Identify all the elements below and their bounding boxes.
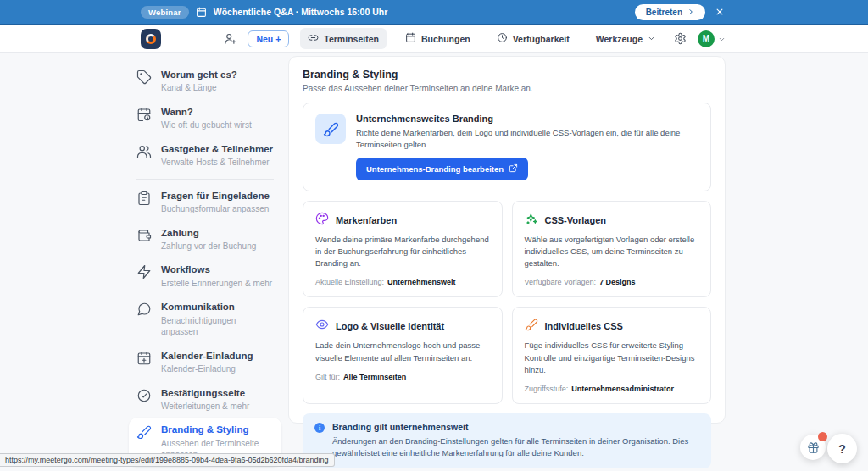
paintbrush-icon — [315, 114, 346, 144]
company-branding-title: Unternehmensweites Branding — [356, 114, 698, 124]
chat-bubble-icon — [136, 301, 152, 337]
card-markenfarben[interactable]: Markenfarben Wende deine primäre Markenf… — [303, 201, 503, 298]
sidebar-item-label: Bestätigungsseite — [161, 387, 249, 399]
sidebar-item-teilen-seo[interactable]: Teilen & SEOLink-Vorschau personalisiere… — [129, 467, 281, 471]
sidebar-item-label: Worum geht es? — [161, 69, 237, 80]
tag-icon — [136, 69, 152, 94]
join-button[interactable]: Beitreten — [635, 4, 705, 20]
sidebar-item-sublabel: Kalender-Einladung — [161, 363, 253, 375]
sidebar-item-kommunikation[interactable]: KommunikationBenachrichtigungen anpassen — [129, 295, 281, 343]
paintbrush-icon — [525, 318, 538, 335]
card-footer-value: Alle Terminseiten — [343, 373, 406, 381]
help-button[interactable]: ? — [827, 434, 857, 463]
eye-icon — [315, 318, 329, 335]
page-subtitle: Passe das Aussehen deiner Terminseiten a… — [303, 84, 711, 93]
sidebar-item-label: Zahlung — [161, 227, 256, 239]
card-description: Wähle aus vorgefertigten Vorlagen oder e… — [525, 234, 699, 270]
sidebar-item-label: Kalender-Einladung — [161, 350, 253, 362]
sidebar-item-kalender-einladung[interactable]: Kalender-EinladungKalender-Einladung — [129, 344, 281, 381]
tab-verfuegbarkeit-label: Verfügbarkeit — [513, 34, 570, 44]
edit-company-branding-label: Unternehmens-Branding bearbeiten — [366, 164, 504, 174]
card-footer-value: Unternehmensweit — [387, 278, 456, 286]
sidebar-item-fragen[interactable]: Fragen für EingeladeneBuchungsformular a… — [129, 184, 281, 221]
card-description: Lade dein Unternehmenslogo hoch und pass… — [315, 340, 490, 364]
gift-button[interactable] — [800, 435, 826, 460]
edit-company-branding-button[interactable]: Unternehmens-Branding bearbeiten — [356, 158, 528, 180]
card-individuelles-css[interactable]: Individuelles CSS Füge individuelles CSS… — [512, 307, 712, 404]
sidebar-item-workflows[interactable]: WorkflowsErstelle Erinnerungen & mehr — [129, 258, 281, 295]
sparkles-icon — [525, 212, 538, 229]
sidebar-item-gastgeber[interactable]: Gastgeber & TeilnehmerVerwalte Hosts & T… — [129, 137, 281, 175]
card-title: Individuelles CSS — [545, 321, 623, 331]
avatar: M — [698, 30, 715, 47]
tab-terminseiten[interactable]: Terminseiten — [300, 28, 387, 49]
new-button[interactable]: Neu + — [248, 30, 289, 47]
chevron-right-icon — [687, 8, 694, 17]
sidebar-item-sublabel: Erstelle Erinnerungen & mehr — [161, 278, 272, 290]
webinar-badge: Webinar — [141, 6, 189, 19]
sidebar-item-sublabel: Benachrichtigungen anpassen — [161, 315, 274, 338]
company-branding-card: Unternehmensweites Branding Richte deine… — [303, 103, 711, 191]
card-logo-visuelle-identitaet[interactable]: Logo & Visuelle Identität Lade dein Unte… — [303, 307, 503, 404]
gear-icon[interactable] — [674, 32, 687, 45]
card-footer-value: Unternehmensadministrator — [571, 385, 674, 393]
card-footer-label: Verfügbare Vorlagen: — [525, 278, 597, 286]
tab-werkzeuge[interactable]: Werkzeuge — [588, 30, 663, 48]
zap-icon — [136, 263, 152, 289]
sidebar-item-label: Workflows — [161, 263, 272, 275]
sidebar-item-sublabel: Buchungsformular anpassen — [161, 203, 270, 215]
calendar-icon — [196, 7, 207, 18]
company-branding-description: Richte deine Markenfarben, dein Logo und… — [356, 127, 698, 151]
users-icon — [136, 143, 152, 169]
sidebar-item-sublabel: Weiterleitungen & mehr — [161, 401, 249, 413]
tab-werkzeuge-label: Werkzeuge — [596, 34, 643, 44]
tab-verfuegbarkeit[interactable]: Verfügbarkeit — [489, 28, 577, 49]
sidebar-item-label: Kommunikation — [161, 301, 274, 313]
card-css-vorlagen[interactable]: CSS-Vorlagen Wähle aus vorgefertigten Vo… — [512, 201, 712, 298]
card-footer-label: Aktuelle Einstellung: — [315, 278, 384, 286]
check-circle-icon — [136, 387, 152, 413]
info-banner: i Branding gilt unternehmensweit Änderun… — [303, 413, 711, 468]
calendar-plus-icon — [136, 350, 152, 375]
card-description: Wende deine primäre Markenfarbe durchgeh… — [315, 234, 490, 270]
add-user-icon[interactable] — [224, 32, 236, 45]
external-link-icon — [509, 163, 518, 175]
chevron-down-icon — [718, 31, 726, 47]
info-title: Branding gilt unternehmensweit — [332, 422, 699, 432]
wallet-icon — [136, 227, 152, 252]
sidebar-item-sublabel: Zahlung vor der Buchung — [161, 241, 256, 252]
palette-icon — [315, 212, 329, 229]
join-button-label: Beitreten — [646, 8, 682, 17]
info-icon: i — [314, 423, 325, 433]
info-body: Änderungen an den Branding-Einstellungen… — [332, 435, 699, 460]
chevron-down-icon — [648, 34, 655, 44]
sidebar-item-label: Gastgeber & Teilnehmer — [161, 143, 273, 155]
app-header: Neu + Terminseiten Buchungen Verfügbarke… — [0, 25, 868, 53]
sidebar-item-bestaetigungsseite[interactable]: BestätigungsseiteWeiterleitungen & mehr — [129, 381, 281, 418]
close-icon[interactable] — [715, 8, 724, 16]
link-icon — [308, 32, 319, 45]
sidebar-item-zahlung[interactable]: ZahlungZahlung vor der Buchung — [129, 221, 281, 258]
tab-buchungen[interactable]: Buchungen — [398, 28, 478, 49]
sidebar-item-sublabel: Wie oft du gebucht wirst — [161, 119, 252, 131]
card-footer-value: 7 Designs — [599, 278, 636, 286]
card-title: Markenfarben — [336, 215, 397, 225]
sidebar-item-label: Wann? — [161, 106, 252, 118]
clipboard-icon — [136, 190, 152, 215]
sidebar-item-wann[interactable]: Wann?Wie oft du gebucht wirst — [129, 100, 281, 137]
clock-icon — [497, 32, 508, 45]
card-title: CSS-Vorlagen — [545, 215, 607, 225]
branding-panel: Branding & Styling Passe das Aussehen de… — [288, 56, 726, 424]
sidebar-item-label: Fragen für Eingeladene — [161, 190, 270, 202]
notification-dot — [818, 432, 827, 441]
meetergo-logo[interactable] — [141, 29, 161, 49]
user-menu[interactable]: M — [698, 30, 726, 47]
calendar-clock-icon — [136, 106, 152, 131]
status-url: https://my.meetergo.com/meeting-types/ed… — [0, 453, 335, 467]
sidebar-item-worum-geht-es[interactable]: Worum geht es?Kanal & Länge — [129, 63, 281, 100]
banner-text: Wöchentliche Q&A · Mittwochs 16:00 Uhr — [214, 7, 388, 17]
app-window: Webinar Wöchentliche Q&A · Mittwochs 16:… — [0, 0, 868, 471]
tab-buchungen-label: Buchungen — [421, 34, 470, 44]
tab-terminseiten-label: Terminseiten — [324, 34, 379, 44]
sidebar-divider — [136, 179, 274, 180]
